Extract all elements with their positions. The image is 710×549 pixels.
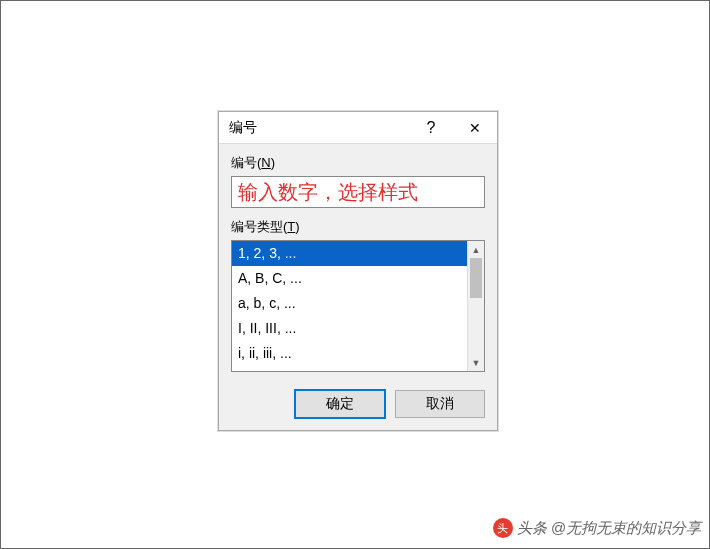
dialog-title: 编号: [229, 119, 409, 137]
close-icon: ✕: [469, 120, 481, 136]
list-item[interactable]: I, II, III, ...: [232, 316, 467, 341]
cancel-button[interactable]: 取消: [395, 390, 485, 418]
dialog-content: 编号(N) 编号类型(T) 1, 2, 3, ...A, B, C, ...a,…: [219, 144, 497, 430]
scroll-track[interactable]: [468, 258, 484, 354]
dialog-buttons: 确定 取消: [231, 390, 485, 418]
scroll-thumb[interactable]: [470, 258, 482, 298]
scroll-up-button[interactable]: ▲: [468, 241, 484, 258]
type-listbox[interactable]: 1, 2, 3, ...A, B, C, ...a, b, c, ...I, I…: [231, 240, 485, 372]
type-label: 编号类型(T): [231, 218, 485, 236]
chevron-down-icon: ▼: [472, 358, 481, 368]
scroll-down-button[interactable]: ▼: [468, 354, 484, 371]
list-item[interactable]: i, ii, iii, ...: [232, 341, 467, 366]
list-item[interactable]: A, B, C, ...: [232, 266, 467, 291]
close-button[interactable]: ✕: [453, 112, 497, 144]
list-item[interactable]: 甲, 乙, 丙 ...: [232, 366, 467, 371]
help-button[interactable]: ?: [409, 112, 453, 144]
watermark-logo-icon: 头: [493, 518, 513, 538]
chevron-up-icon: ▲: [472, 245, 481, 255]
scrollbar[interactable]: ▲ ▼: [467, 241, 484, 371]
dialog-titlebar: 编号 ? ✕: [219, 112, 497, 144]
number-input[interactable]: [231, 176, 485, 208]
list-item[interactable]: a, b, c, ...: [232, 291, 467, 316]
ok-button[interactable]: 确定: [295, 390, 385, 418]
number-label: 编号(N): [231, 154, 485, 172]
watermark-text: 头条 @无拘无束的知识分享: [517, 519, 701, 538]
watermark: 头 头条 @无拘无束的知识分享: [493, 518, 701, 538]
list-item[interactable]: 1, 2, 3, ...: [232, 241, 467, 266]
numbering-dialog: 编号 ? ✕ 编号(N) 编号类型(T) 1, 2, 3, ...A, B, C…: [218, 111, 498, 431]
help-icon: ?: [427, 119, 436, 137]
